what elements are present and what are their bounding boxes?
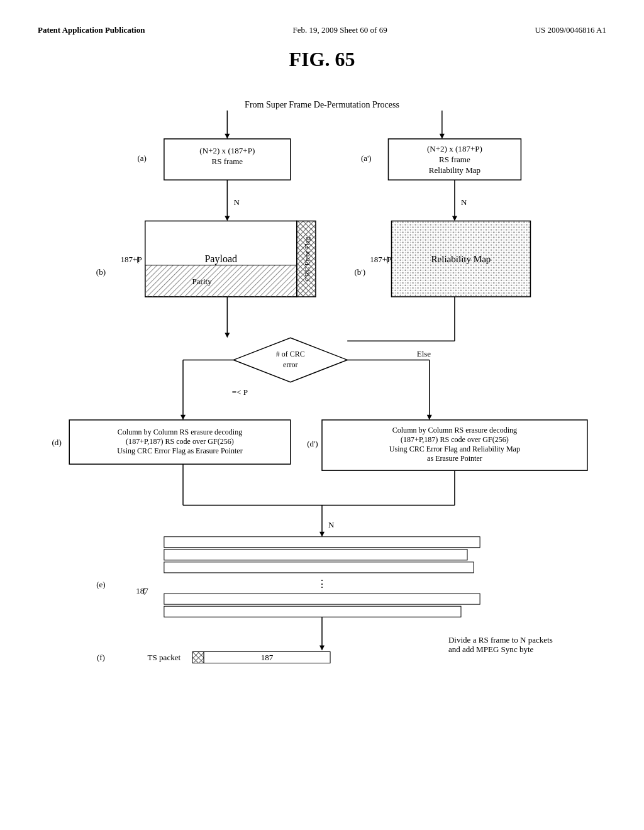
crc-flag-label: CRC Error Flag <box>303 236 311 281</box>
b-prime-brace: { <box>385 255 389 264</box>
d-box-line3: Using CRC Error Flag as Erasure Pointer <box>117 446 242 455</box>
lessp-label: =< P <box>232 387 248 397</box>
d-prime-box-line2: (187+P,187) RS code over GF(256) <box>401 435 509 444</box>
a-box-line1: (N+2) x (187+P) <box>199 146 255 155</box>
page: Patent Application Publication Feb. 19, … <box>0 0 644 830</box>
svg-marker-32 <box>319 532 325 537</box>
svg-marker-3 <box>440 134 445 139</box>
decision-line1: # of CRC <box>276 350 305 358</box>
diagram-svg: From Super Frame De-Permutation Process … <box>38 87 606 797</box>
header: Patent Application Publication Feb. 19, … <box>38 25 606 35</box>
svg-marker-1 <box>225 134 230 139</box>
header-center: Feb. 19, 2009 Sheet 60 of 69 <box>292 25 387 35</box>
b-brace: { <box>136 255 140 264</box>
e-brace: { <box>142 586 146 595</box>
label-f: (f) <box>97 653 105 662</box>
a-prime-box-line2: RS frame <box>439 155 470 164</box>
svg-marker-39 <box>319 645 325 650</box>
label-b-prime: (b') <box>354 267 365 277</box>
f-note-line2: and add MPEG Sync byte <box>448 645 534 654</box>
svg-rect-35 <box>164 562 474 573</box>
dots: ⋮ <box>317 578 327 589</box>
header-left: Patent Application Publication <box>38 25 145 35</box>
a-box-line2: RS frame <box>212 157 243 166</box>
svg-marker-7 <box>225 216 230 221</box>
n-label-1: N <box>233 197 240 207</box>
reliability-map-label: Reliability Map <box>431 254 491 264</box>
parity-label: Parity <box>192 277 213 286</box>
svg-rect-37 <box>164 606 461 617</box>
d-prime-box-line4: as Erasure Pointer <box>427 454 482 463</box>
n-label-2: N <box>461 197 467 207</box>
svg-marker-9 <box>452 216 457 221</box>
n-label-3: N <box>328 520 335 529</box>
svg-marker-18 <box>233 338 347 382</box>
label-d: (d) <box>52 438 62 447</box>
decision-line2: error <box>283 360 297 369</box>
svg-marker-17 <box>225 333 230 338</box>
a-prime-box-line1: (N+2) x (187+P) <box>427 144 482 153</box>
label-b: (b) <box>96 267 106 277</box>
a-prime-box-line3: Reliability Map <box>429 165 481 175</box>
f-note-line1: Divide a RS frame to N packets <box>448 635 553 645</box>
label-d-prime: (d') <box>307 439 318 448</box>
diagram-area: From Super Frame De-Permutation Process … <box>38 87 606 797</box>
publication-label: Patent Application Publication <box>38 25 145 35</box>
header-right: US 2009/0046816 A1 <box>535 25 606 35</box>
d-box-line1: Column by Column RS erasure decoding <box>118 428 242 436</box>
svg-rect-34 <box>164 550 467 560</box>
payload-label: Payload <box>204 253 237 265</box>
figure-title: FIG. 65 <box>38 48 606 71</box>
svg-rect-36 <box>164 594 480 604</box>
svg-rect-33 <box>164 537 480 548</box>
f-num-label: 187 <box>261 653 274 662</box>
svg-marker-21 <box>180 415 186 420</box>
svg-rect-11 <box>145 265 297 297</box>
svg-marker-24 <box>427 415 432 420</box>
d-box-line2: (187+P,187) RS code over GF(256) <box>126 437 234 446</box>
source-label: From Super Frame De-Permutation Process <box>245 99 399 109</box>
ts-packet-label: TS packet <box>148 653 181 662</box>
else-label: Else <box>417 349 431 358</box>
label-e: (e) <box>96 580 105 589</box>
d-prime-box-line3: Using CRC Error Flag and Reliability Map <box>389 445 520 453</box>
d-prime-box-line1: Column by Column RS erasure decoding <box>392 426 517 434</box>
svg-rect-40 <box>192 651 204 663</box>
label-a: (a) <box>137 153 146 163</box>
label-a-prime: (a') <box>361 153 372 163</box>
